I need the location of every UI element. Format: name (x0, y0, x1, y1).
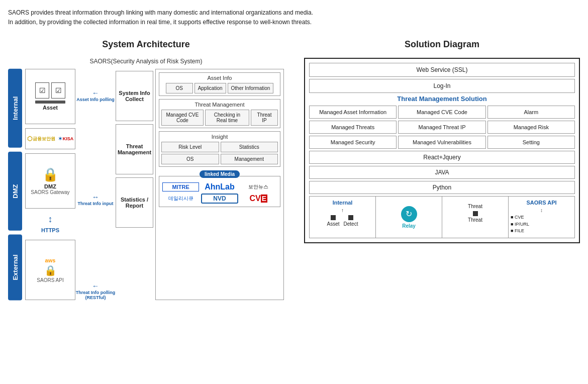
solution-bottom: Internal ↑ Asset Detect (309, 196, 575, 238)
cell-statistics: Statistics (221, 142, 278, 152)
system-arch-title: System Architecture (8, 39, 284, 50)
sol-managed-threat-ip: Managed Threat IP (398, 121, 485, 134)
system-architecture-section: System Architecture SAORS(Security Analy… (8, 39, 284, 300)
internal-bottom-col: Internal ↑ Asset Detect (310, 197, 376, 238)
modules-col: System Info Collect Threat Management St… (116, 69, 153, 300)
cell-application: Application (194, 83, 226, 93)
asset-info-title: Asset Info (161, 75, 278, 81)
solution-box: Web Service (SSL) Log-In Threat Manageme… (304, 58, 580, 243)
saors-content: System Info Collect Threat Management St… (116, 69, 284, 300)
arch-main: Internal DMZ External ☑ ☑ Asset (8, 69, 284, 300)
java-row: JAVA (309, 166, 575, 179)
external-node: aws 🔒 SAORS API (25, 240, 75, 300)
threat-bottom-col: Threat Threat (442, 197, 509, 238)
https-area: ↕ HTTPS (25, 213, 75, 236)
saors-api-bottom-title: SAORS API (511, 200, 572, 206)
cell-threat-ip: Threat IP (251, 110, 278, 126)
saors-api-label: SAORS API (37, 277, 63, 283)
sol-managed-risk: Managed Risk (487, 121, 575, 134)
asset-bottom-item: Asset (327, 215, 340, 227)
cell-cve: Managed CVE Code (161, 110, 204, 126)
insight-section: Insight Risk Level Statistics OS Managem… (159, 131, 280, 167)
kisa-logo: ✶KISA (58, 136, 74, 141)
external-label: External (8, 235, 22, 301)
ahnlab-logo: AhnLab (201, 182, 238, 191)
intro-text: SAORS provides threat information throug… (8, 8, 580, 27)
cell-os: OS (166, 83, 193, 93)
threat-mgmt-module: Threat Management (116, 124, 153, 174)
sol-alarm: Alarm (487, 106, 575, 119)
dmz-logos: ⬡ 금융보안원 ✶KISA (25, 128, 75, 149)
solution-grid-row2: Managed Threats Managed Threat IP Manage… (309, 121, 575, 134)
solution-grid-row1: Managed Asset Information Managed CVE Co… (309, 106, 575, 119)
dailysecu-logo: 데일리시큐 (162, 195, 199, 202)
internal-bottom-title: Internal (312, 200, 373, 206)
sol-managed-asset: Managed Asset Information (309, 106, 397, 119)
cell-insight-os: OS (161, 154, 219, 164)
relay-icon: ↻ (401, 206, 417, 222)
dmz-gateway-node: 🔒 DMZ SAORS Gateway (25, 153, 75, 209)
intro-section: SAORS provides threat information throug… (8, 8, 580, 27)
relay-label: Relay (402, 223, 416, 229)
sol-managed-vuln: Managed Vulnerabilities (398, 136, 485, 149)
https-label: HTTPS (41, 227, 59, 233)
cell-management: Management (221, 154, 278, 164)
saors-label: SAORS(Security Analysis of Risk System) (8, 58, 284, 65)
solution-diagram-title: Solution Diagram (304, 39, 580, 50)
sol-setting: Setting (487, 136, 575, 149)
asset-node: ☑ ☑ Asset (25, 69, 75, 124)
linked-media-area: linked Media MITRE AhnLab 보안뉴스 데일리시큐 NVD… (159, 176, 280, 207)
saors-sections: Asset Info OS Application Other Informat… (155, 69, 284, 300)
sol-managed-cve: Managed CVE Code (398, 106, 485, 119)
saors-api-bottom-col: SAORS API ↕ ■ CVE ■ IP/URL ■ FILE (509, 197, 574, 238)
solution-diagram-section: Solution Diagram Web Service (SSL) Log-I… (304, 39, 580, 243)
nodes-col: ☑ ☑ Asset ⬡ 금융보안원 ✶KISA (25, 69, 75, 300)
python-row: Python (309, 181, 575, 194)
asset-info-section: Asset Info OS Application Other Informat… (159, 72, 280, 96)
detect-bottom-item: Detect (344, 215, 358, 227)
cell-realtime: Checking in Real time (205, 110, 249, 126)
sol-managed-security: Managed Security (309, 136, 397, 149)
threat-solution-title: Threat Management Solution (309, 95, 575, 103)
web-service-row: Web Service (SSL) (309, 63, 575, 77)
sol-managed-threats: Managed Threats (309, 121, 397, 134)
threat-mgmt-title: Threat Management (161, 102, 278, 108)
nvd-logo: NVD (201, 194, 238, 204)
insight-title: Insight (161, 134, 278, 140)
geum융-logo: ⬡ 금융보안원 (27, 135, 55, 142)
relay-bottom-col: ↻ Relay (376, 197, 442, 238)
login-row: Log-In (309, 79, 575, 93)
dmz-node-label: DMZ (44, 183, 56, 189)
linked-media-badge: linked Media (200, 170, 240, 178)
bohunnews-logo: 보안뉴스 (240, 183, 277, 190)
saors-api-list: ■ CVE ■ IP/URL ■ FILE (511, 214, 572, 235)
dmz-label: DMZ (8, 152, 22, 231)
threat-polling-arrow: ← Threat Info polling (RESTful) (75, 282, 116, 300)
threat-info-arrow: ↔ Threat Info input (78, 193, 114, 206)
mitre-logo: MITRE (162, 182, 199, 191)
system-info-module: System Info Collect (116, 71, 153, 121)
threat-col-label: Threat (444, 200, 506, 209)
asset-info-arrow: ← Asset Info polling (76, 89, 115, 102)
asset-label: Asset (43, 105, 58, 111)
arrows-col: ← Asset Info polling ↔ Threat Info input… (75, 69, 116, 300)
internal-label: Internal (8, 69, 22, 148)
cell-risk-level: Risk Level (161, 142, 219, 152)
threat-mgmt-section: Threat Management Managed CVE Code Check… (159, 99, 280, 128)
react-jquery-row: React+Jquery (309, 151, 575, 164)
side-labels: Internal DMZ External (8, 69, 22, 300)
threat-bottom-item: Threat (468, 211, 482, 223)
solution-grid-row3: Managed Security Managed Vulnerabilities… (309, 136, 575, 149)
dmz-sublabel: SAORS Gateway (31, 189, 69, 195)
cell-other-info: Other Information (228, 83, 274, 93)
statistics-module: Statistics / Report (116, 177, 153, 228)
cve-logo: CVE (240, 194, 277, 203)
media-logos: MITRE AhnLab 보안뉴스 데일리시큐 NVD CVE (162, 182, 277, 204)
